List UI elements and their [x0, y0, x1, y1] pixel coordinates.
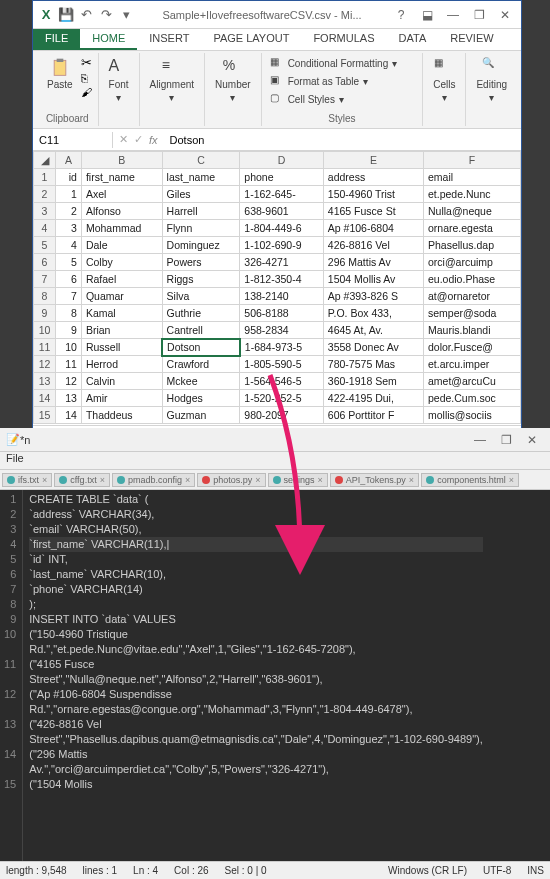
row-header[interactable]: 13 — [34, 373, 56, 390]
npp-tab[interactable]: photos.py× — [197, 473, 265, 487]
cell[interactable]: Mohammad — [81, 220, 162, 237]
cell[interactable]: Nulla@neque — [424, 203, 521, 220]
row-header[interactable]: 3 — [34, 203, 56, 220]
cell[interactable]: Mauris.blandi — [424, 322, 521, 339]
close-icon[interactable]: ✕ — [493, 5, 517, 25]
cell[interactable]: 422-4195 Dui, — [323, 390, 423, 407]
col-header-C[interactable]: C — [162, 152, 240, 169]
cell[interactable]: 638-9601 — [240, 203, 324, 220]
cell[interactable]: Cantrell — [162, 322, 240, 339]
cell[interactable]: Thaddeus — [81, 407, 162, 424]
cell[interactable]: 6 — [56, 271, 82, 288]
cell[interactable]: Phasellus.dap — [424, 237, 521, 254]
npp-tab[interactable]: API_Tokens.py× — [330, 473, 419, 487]
cell[interactable]: dolor.Fusce@ — [424, 339, 521, 356]
format-painter-icon[interactable]: 🖌 — [81, 86, 92, 98]
npp-minimize-icon[interactable]: — — [468, 430, 492, 450]
cell[interactable]: 13 — [56, 390, 82, 407]
cell[interactable]: 1-564-546-5 — [240, 373, 324, 390]
npp-tab[interactable]: cffg.txt× — [54, 473, 110, 487]
cell[interactable]: 1-805-590-5 — [240, 356, 324, 373]
row-header[interactable]: 7 — [34, 271, 56, 288]
number-button[interactable]: %Number▾ — [211, 55, 255, 105]
npp-tab[interactable]: pmadb.config× — [112, 473, 195, 487]
cell[interactable]: 4165 Fusce St — [323, 203, 423, 220]
cell[interactable]: last_name — [162, 169, 240, 186]
cell[interactable]: 980-2097 — [240, 407, 324, 424]
cell[interactable]: 9 — [56, 322, 82, 339]
cell-styles-button[interactable]: ▢Cell Styles▾ — [268, 91, 417, 107]
npp-maximize-icon[interactable]: ❐ — [494, 430, 518, 450]
cell[interactable]: Dominguez — [162, 237, 240, 254]
cell[interactable]: 1-102-690-9 — [240, 237, 324, 254]
cell[interactable]: Dale — [81, 237, 162, 254]
select-all[interactable]: ◢ — [34, 152, 56, 169]
cell[interactable]: mollis@sociis — [424, 407, 521, 424]
cell[interactable]: at@ornaretor — [424, 288, 521, 305]
paste-button[interactable]: Paste — [43, 55, 77, 92]
cell[interactable]: eu.odio.Phase — [424, 271, 521, 288]
cell[interactable]: id — [56, 169, 82, 186]
cell[interactable]: 2 — [56, 203, 82, 220]
cell[interactable]: semper@soda — [424, 305, 521, 322]
cell[interactable]: phone — [240, 169, 324, 186]
cell[interactable]: 1-520-252-5 — [240, 390, 324, 407]
cell[interactable]: 780-7575 Mas — [323, 356, 423, 373]
cell[interactable]: pede.Cum.soc — [424, 390, 521, 407]
col-header-E[interactable]: E — [323, 152, 423, 169]
cell[interactable]: 506-8188 — [240, 305, 324, 322]
cell[interactable]: Calvin — [81, 373, 162, 390]
cell[interactable]: Kamal — [81, 305, 162, 322]
cell[interactable]: 326-4271 — [240, 254, 324, 271]
cell[interactable]: 3558 Donec Av — [323, 339, 423, 356]
spreadsheet-grid[interactable]: ◢ABCDEF1idfirst_namelast_namephoneaddres… — [33, 151, 521, 425]
cell[interactable]: Ap #106-6804 — [323, 220, 423, 237]
cell[interactable]: address — [323, 169, 423, 186]
cell[interactable]: 1 — [56, 186, 82, 203]
row-header[interactable]: 4 — [34, 220, 56, 237]
cell[interactable]: 14 — [56, 407, 82, 424]
cell[interactable]: 11 — [56, 356, 82, 373]
cell[interactable]: orci@arcuimp — [424, 254, 521, 271]
cell[interactable]: Dotson — [162, 339, 240, 356]
col-header-B[interactable]: B — [81, 152, 162, 169]
tab-file[interactable]: FILE — [33, 29, 80, 50]
npp-close-icon[interactable]: ✕ — [520, 430, 544, 450]
cell[interactable]: Flynn — [162, 220, 240, 237]
cell[interactable]: Ap #393-826 S — [323, 288, 423, 305]
minimize-icon[interactable]: — — [441, 5, 465, 25]
cell[interactable]: Rafael — [81, 271, 162, 288]
cell[interactable]: Axel — [81, 186, 162, 203]
cell[interactable]: Guthrie — [162, 305, 240, 322]
tab-home[interactable]: HOME — [80, 29, 137, 50]
cell[interactable]: Mckee — [162, 373, 240, 390]
cell[interactable]: Riggs — [162, 271, 240, 288]
cell[interactable]: P.O. Box 433, — [323, 305, 423, 322]
cell[interactable]: Amir — [81, 390, 162, 407]
cell[interactable]: et.pede.Nunc — [424, 186, 521, 203]
cell[interactable]: 296 Mattis Av — [323, 254, 423, 271]
code-content[interactable]: CREATE TABLE `data` (`address` VARCHAR(3… — [23, 490, 489, 861]
row-header[interactable]: 10 — [34, 322, 56, 339]
conditional-formatting-button[interactable]: ▦Conditional Formatting▾ — [268, 55, 417, 71]
tab-close-icon[interactable]: × — [100, 475, 105, 485]
row-header[interactable]: 11 — [34, 339, 56, 356]
help-icon[interactable]: ? — [389, 5, 413, 25]
row-header[interactable]: 2 — [34, 186, 56, 203]
qat-dropdown-icon[interactable]: ▾ — [117, 6, 135, 24]
cell[interactable]: Powers — [162, 254, 240, 271]
col-header-D[interactable]: D — [240, 152, 324, 169]
fx-enter-icon[interactable]: ✓ — [134, 133, 143, 146]
row-header[interactable]: 12 — [34, 356, 56, 373]
tab-close-icon[interactable]: × — [318, 475, 323, 485]
cell[interactable]: 360-1918 Sem — [323, 373, 423, 390]
cell[interactable]: Brian — [81, 322, 162, 339]
tab-close-icon[interactable]: × — [185, 475, 190, 485]
cell[interactable]: 958-2834 — [240, 322, 324, 339]
cell[interactable]: Alfonso — [81, 203, 162, 220]
row-header[interactable]: 1 — [34, 169, 56, 186]
alignment-button[interactable]: ≡Alignment▾ — [146, 55, 198, 105]
cell[interactable]: 150-4960 Trist — [323, 186, 423, 203]
cell[interactable]: 4 — [56, 237, 82, 254]
cell[interactable]: 10 — [56, 339, 82, 356]
